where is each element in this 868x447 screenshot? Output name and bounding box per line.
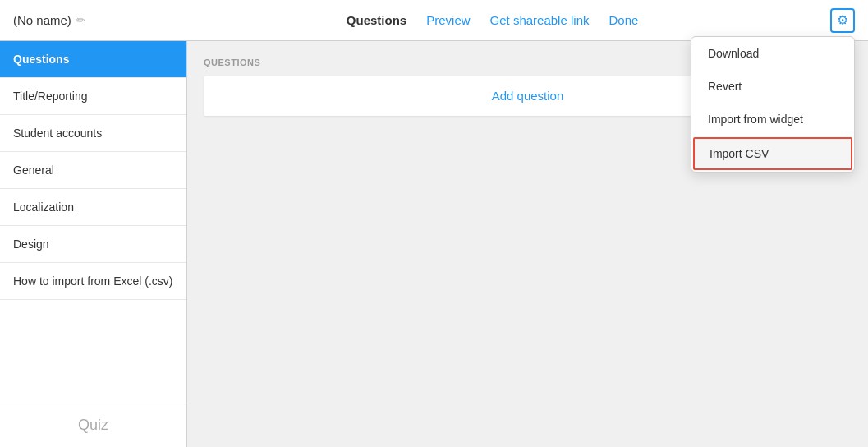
nav-shareable-link[interactable]: Get shareable link [490, 13, 590, 27]
top-bar: (No name) ✏ Questions Preview Get sharea… [0, 0, 868, 41]
sidebar-item-localization[interactable]: Localization [0, 189, 186, 226]
gear-button[interactable]: ⚙ [830, 8, 855, 33]
sidebar: Questions Title/Reporting Student accoun… [0, 41, 187, 447]
dropdown-download[interactable]: Download [691, 37, 854, 70]
sidebar-item-general[interactable]: General [0, 152, 186, 189]
document-title-area: (No name) ✏ [13, 13, 194, 27]
nav-done[interactable]: Done [609, 13, 638, 27]
sidebar-footer: Quiz [0, 403, 186, 447]
edit-title-icon[interactable]: ✏ [76, 14, 85, 26]
sidebar-items: Questions Title/Reporting Student accoun… [0, 41, 186, 403]
top-nav: Questions Preview Get shareable link Don… [347, 13, 638, 27]
sidebar-item-design[interactable]: Design [0, 226, 186, 263]
gear-icon: ⚙ [837, 12, 848, 28]
nav-questions[interactable]: Questions [347, 13, 406, 27]
document-title: (No name) [13, 13, 71, 27]
dropdown-import-widget[interactable]: Import from widget [691, 103, 854, 136]
sidebar-item-import-excel[interactable]: How to import from Excel (.csv) [0, 263, 186, 300]
nav-preview[interactable]: Preview [426, 13, 470, 27]
dropdown-import-csv[interactable]: Import CSV [693, 137, 852, 170]
dropdown-revert[interactable]: Revert [691, 70, 854, 103]
sidebar-item-questions[interactable]: Questions [0, 41, 186, 78]
sidebar-item-student-accounts[interactable]: Student accounts [0, 115, 186, 152]
dropdown-menu: Download Revert Import from widget Impor… [691, 36, 855, 173]
top-bar-right: ⚙ Download Revert Import from widget Imp… [830, 8, 855, 33]
sidebar-item-title-reporting[interactable]: Title/Reporting [0, 78, 186, 115]
